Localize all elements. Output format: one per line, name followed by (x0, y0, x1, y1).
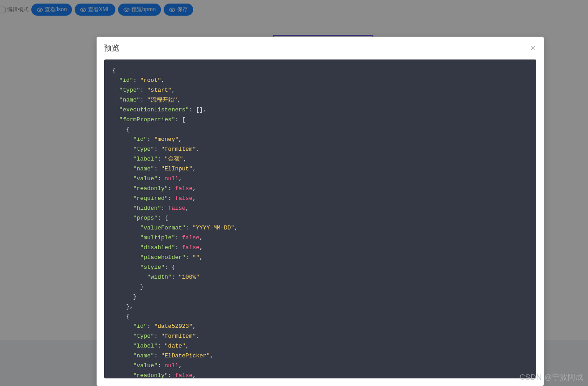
code-container: { "id": "root", "type": "start", "name":… (104, 59, 536, 378)
code-scroll[interactable]: { "id": "root", "type": "start", "name":… (104, 59, 536, 378)
json-code: { "id": "root", "type": "start", "name":… (112, 66, 528, 378)
watermark: CSDN @宁波阿成 (520, 372, 584, 382)
close-icon[interactable] (529, 45, 536, 52)
dialog-header: 预览 (97, 37, 544, 59)
preview-dialog: 预览 { "id": "root", "type": "start", "nam… (97, 37, 544, 386)
dialog-body: { "id": "root", "type": "start", "name":… (97, 59, 544, 386)
dialog-title: 预览 (104, 43, 119, 53)
